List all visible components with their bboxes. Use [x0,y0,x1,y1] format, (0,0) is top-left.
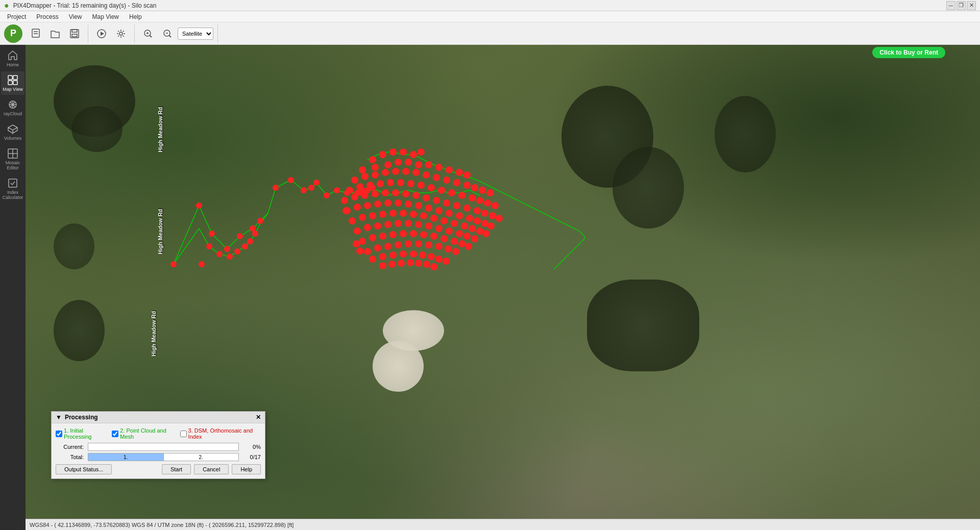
app-icon: P [4,24,22,43]
svg-rect-23 [9,179,17,187]
tree-blob-2 [71,106,122,152]
sidebar-home-label: Home [7,62,19,67]
svg-rect-20 [13,81,17,85]
tree-blob-8 [54,223,94,269]
toolbar-group-view: Satellite Map Hybrid [139,24,218,43]
dialog-buttons: Output Status... Start Cancel Help [56,464,261,474]
tree-blob-4 [612,147,684,229]
total-label: Total: [56,454,84,460]
coordinates-text: WGS84 - ( 42.11346899, -73.57620883) WGS… [30,522,293,528]
menu-project[interactable]: Project [2,12,31,21]
toolbar-zoom-out-btn[interactable] [158,24,177,43]
svg-rect-4 [72,30,77,32]
sidebar-item-home[interactable]: Home [1,47,24,70]
total-progress-row: Total: 1. 2. 0/17 [56,453,261,461]
step3-check[interactable] [180,431,187,437]
processing-dialog-titlebar: ▼ Processing ✕ [52,412,265,423]
toolbar-new-btn[interactable] [27,24,45,43]
svg-line-12 [150,35,152,37]
sidebar-item-mosaic[interactable]: Mosaic Editor [1,145,24,173]
titlebar: ● PIX4Dmapper - Trial: 15 remaining day(… [0,0,980,11]
main-area: Home Map View rayCloud Volumes Mosaic Ed… [0,45,980,530]
toolbar-zoom-in-btn[interactable] [139,24,157,43]
step2-checkbox[interactable]: 2. Point Cloud and Mesh [112,427,176,440]
processing-dialog-title-text: Processing [65,414,98,421]
step1-check[interactable] [56,431,62,437]
sidebar-item-mapview[interactable]: Map View [1,71,24,95]
light-blob-2 [373,341,424,392]
svg-line-15 [169,35,171,37]
processing-dialog: ▼ Processing ✕ 1. Initial Processing 2. … [51,411,265,479]
tree-blob-6 [54,300,105,361]
toolbar: P Project [0,22,980,45]
current-pct: 0% [243,444,261,450]
menubar: Project Process View Map View Help [0,11,980,22]
titlebar-controls: ─ ❐ ✕ [946,1,976,10]
step1-checkbox[interactable]: 1. Initial Processing [56,427,108,440]
tree-blob-7 [587,280,699,371]
svg-point-8 [119,32,122,35]
sidebar-raycloud-label: rayCloud [4,111,22,116]
minimize-button[interactable]: ─ [946,1,955,10]
menu-process[interactable]: Process [31,12,63,21]
restore-button[interactable]: ❐ [957,1,966,10]
svg-rect-0 [32,29,39,37]
tree-blob-5 [715,96,776,172]
toolbar-process-start-btn[interactable] [92,24,111,43]
sidebar-volumes-label: Volumes [4,136,22,141]
sidebar-index-label: Index Calculator [2,190,23,200]
map-type-select[interactable]: Satellite Map Hybrid [178,28,213,40]
svg-rect-17 [8,75,12,80]
current-label: Current: [56,444,84,450]
sidebar: Home Map View rayCloud Volumes Mosaic Ed… [0,45,26,530]
menu-mapview[interactable]: Map View [87,12,124,21]
current-progress-row: Current: 0% [56,443,261,451]
start-button[interactable]: Start [162,464,191,474]
buy-rent-button[interactable]: Click to Buy or Rent [872,47,945,58]
svg-marker-7 [101,32,104,36]
current-progress-bar [88,443,239,451]
sidebar-item-raycloud[interactable]: rayCloud [1,96,24,119]
dialog-minimize-btn[interactable]: ▼ [56,414,62,421]
step2-check[interactable] [112,431,118,437]
total-seg2: 2. [164,453,239,461]
menu-help[interactable]: Help [124,12,147,21]
close-button[interactable]: ✕ [967,1,976,10]
help-button[interactable]: Help [232,464,261,474]
sidebar-item-index[interactable]: Index Calculator [1,174,24,203]
titlebar-left: ● PIX4Dmapper - Trial: 15 remaining day(… [4,1,156,10]
app-logo: ● [4,1,9,10]
output-status-button[interactable]: Output Status... [56,464,112,474]
statusbar: WGS84 - ( 42.11346899, -73.57620883) WGS… [26,519,980,530]
sidebar-item-volumes[interactable]: Volumes [1,120,24,144]
toolbar-save-btn[interactable] [65,24,84,43]
total-count: 0/17 [243,454,261,460]
svg-rect-18 [13,75,17,80]
toolbar-group-project: Project [27,24,88,43]
dialog-close-btn[interactable]: ✕ [256,414,261,421]
steps-row: 1. Initial Processing 2. Point Cloud and… [56,427,261,440]
step3-checkbox[interactable]: 3. DSM, Orthomosaic and Index [180,427,261,440]
menu-view[interactable]: View [64,12,87,21]
total-progress-bar: 1. 2. [88,453,239,461]
processing-dialog-body: 1. Initial Processing 2. Point Cloud and… [52,423,265,478]
toolbar-group-process [92,24,135,43]
toolbar-process-options-btn[interactable] [112,24,130,43]
total-seg1: 1. [88,453,164,461]
toolbar-open-btn[interactable] [46,24,64,43]
svg-rect-19 [8,81,12,85]
sidebar-mosaic-label: Mosaic Editor [2,160,23,170]
map-container[interactable]: High Meadow Rd High Meadow Rd High Meado… [26,45,980,530]
svg-rect-5 [72,34,77,37]
titlebar-title: PIX4Dmapper - Trial: 15 remaining day(s)… [13,2,157,9]
cancel-button[interactable]: Cancel [194,464,229,474]
sidebar-mapview-label: Map View [3,87,22,92]
